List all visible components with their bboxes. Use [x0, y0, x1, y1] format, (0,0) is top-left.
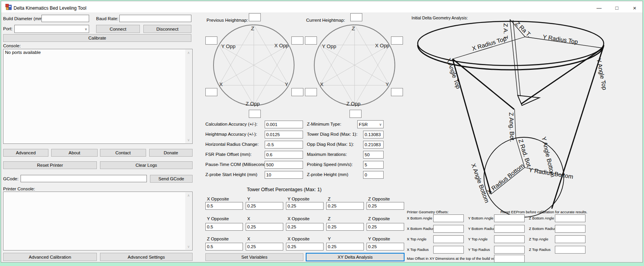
z-top-angle-label: Z Top Angle	[529, 237, 548, 241]
tower-offset-input-r0c0[interactable]	[205, 202, 243, 210]
tower-offset-input-r2c4[interactable]	[367, 243, 404, 250]
port-select[interactable]: ∨	[14, 25, 89, 33]
prev-heightmap-top-input[interactable]	[249, 13, 261, 21]
zprobe-height-input[interactable]	[363, 171, 384, 179]
curr-yopp-input[interactable]	[305, 36, 317, 45]
curr-xopp-input[interactable]	[391, 36, 403, 45]
tower-offset-input-r1c4[interactable]	[367, 223, 404, 231]
tower-offset-input-r1c3[interactable]	[326, 223, 364, 231]
probing-speed-input[interactable]	[363, 161, 384, 169]
opp-diag-rod-input[interactable]	[363, 141, 384, 149]
calculation-accuracy-input[interactable]	[265, 121, 303, 128]
xy-delta-analysis-button[interactable]: XY Delta Analysis	[306, 253, 405, 261]
pause-time-com-input[interactable]	[265, 161, 303, 169]
y-top-radius-input[interactable]	[494, 246, 525, 254]
tower-offset-label-r1c3: Z	[328, 216, 331, 221]
horizontal-radius-change-input[interactable]	[265, 141, 303, 149]
gcode-input[interactable]	[21, 175, 147, 182]
z-bottom-angle-label: Z Bottom Angle	[529, 216, 554, 220]
set-variables-button[interactable]: Set Variables	[205, 253, 303, 261]
advanced-settings-button[interactable]: Advanced Settings	[100, 253, 193, 261]
heightmap-accuracy-input[interactable]	[265, 131, 303, 138]
printer-console-output[interactable]: ∧ ∨	[3, 192, 193, 250]
y-bottom-angle-input[interactable]	[494, 214, 525, 222]
console-text: No ports available	[5, 50, 41, 55]
max-offset-input[interactable]	[494, 255, 525, 263]
x-top-angle-input[interactable]	[433, 235, 464, 243]
close-button[interactable]: ×	[626, 2, 644, 14]
prev-xopp-input[interactable]	[291, 36, 303, 45]
curr-x-input[interactable]	[305, 88, 317, 96]
x-bottom-angle-input[interactable]	[433, 214, 464, 222]
scroll-down-icon[interactable]: ∨	[185, 244, 192, 250]
printer-console-scrollbar[interactable]: ∧ ∨	[185, 192, 192, 250]
curr-y-input[interactable]	[391, 88, 403, 96]
z-minimum-type-select[interactable]: FSR ∨	[357, 120, 384, 128]
tower-offset-input-r2c0[interactable]	[205, 243, 243, 250]
z-bottom-angle-input[interactable]	[555, 214, 585, 222]
connect-button[interactable]: Connect	[96, 25, 140, 33]
scroll-up-icon[interactable]: ∧	[185, 192, 192, 199]
z-top-angle-input[interactable]	[555, 235, 585, 243]
z-top-radius-input[interactable]	[555, 246, 585, 254]
advanced-button[interactable]: Advanced	[3, 149, 48, 157]
prev-y-input[interactable]	[291, 88, 303, 96]
prev-zopp-input[interactable]	[249, 110, 261, 118]
curr-point-xopp-label: X Opp	[375, 43, 389, 48]
scroll-down-icon[interactable]: ∨	[185, 137, 192, 143]
tower-offset-input-r1c0[interactable]	[205, 223, 243, 231]
maximize-button[interactable]: □	[608, 2, 626, 14]
prev-x-input[interactable]	[205, 88, 217, 96]
donate-button[interactable]: Donate	[149, 149, 193, 157]
contact-button[interactable]: Contact	[100, 149, 146, 157]
z-bottom-radius-input[interactable]	[555, 225, 585, 233]
console-scrollbar[interactable]: ∧ ∨	[185, 50, 192, 143]
send-gcode-button[interactable]: Send GCode	[150, 175, 193, 183]
disconnect-button[interactable]: Disconnect	[143, 25, 191, 33]
tower-offset-input-r2c1[interactable]	[246, 243, 283, 250]
zprobe-start-height-input[interactable]	[265, 171, 303, 179]
y-top-angle-input[interactable]	[494, 235, 525, 243]
x-bottom-radius-input[interactable]	[433, 225, 464, 233]
tower-offset-input-r1c2[interactable]	[286, 223, 324, 231]
maximum-iterations-input[interactable]	[363, 151, 384, 159]
zprobe-start-height-label: Z-probe Start Height (mm)	[205, 172, 257, 177]
tower-offset-input-r0c2[interactable]	[286, 202, 324, 210]
tower-offset-label-r1c2: X Opposite	[288, 216, 310, 221]
tower-offset-input-r2c2[interactable]	[286, 243, 324, 250]
curr-zopp-input[interactable]	[350, 110, 362, 118]
build-diameter-input[interactable]	[41, 15, 89, 22]
tower-offset-label-r2c1: X	[247, 237, 250, 241]
tower-diag-rod-input[interactable]	[363, 131, 384, 138]
fsr-plate-offset-input[interactable]	[265, 151, 303, 159]
prev-point-x-label: X	[219, 81, 223, 87]
calibrate-button[interactable]: Calibrate	[3, 34, 191, 42]
prev-point-z-label: Z	[251, 26, 254, 31]
tower-offset-input-r0c4[interactable]	[367, 202, 404, 210]
tower-offset-input-r0c1[interactable]	[246, 202, 283, 210]
advanced-calibration-button[interactable]: Advanced Calibration	[3, 253, 97, 261]
y-bottom-radius-input[interactable]	[494, 225, 525, 233]
tower-offset-label-r1c1: X	[247, 216, 250, 221]
x-top-radius-input[interactable]	[433, 246, 464, 254]
prev-point-xopp-label: X Opp	[274, 43, 289, 48]
curr-point-zopp-label: Z Opp	[346, 101, 360, 107]
baud-rate-input[interactable]	[119, 15, 191, 22]
curr-point-x-label: X	[320, 81, 324, 87]
build-diameter-label: Build Diameter (mm):	[3, 16, 45, 21]
minimize-button[interactable]: —	[590, 2, 608, 14]
tower-offset-label-r0c2: Y Opposite	[288, 197, 310, 201]
clear-logs-button[interactable]: Clear Logs	[100, 161, 193, 169]
tower-offset-input-r0c3[interactable]	[326, 202, 364, 210]
max-offset-label: Max Offset in XY Dimensions at the top o…	[407, 256, 504, 261]
tower-offset-input-r1c1[interactable]	[246, 223, 283, 231]
calculation-accuracy-label: Calculation Accuracy (+/-):	[205, 122, 258, 126]
tower-offset-input-r2c3[interactable]	[326, 243, 364, 250]
about-button[interactable]: About	[51, 149, 98, 157]
reset-printer-button[interactable]: Reset Printer	[3, 161, 97, 169]
curr-point-yopp-label: Y Opp	[322, 43, 336, 49]
curr-heightmap-top-input[interactable]	[350, 13, 362, 21]
console-output[interactable]: No ports available ∧ ∨	[3, 49, 193, 144]
scroll-up-icon[interactable]: ∧	[185, 50, 192, 56]
prev-yopp-input[interactable]	[205, 36, 217, 45]
